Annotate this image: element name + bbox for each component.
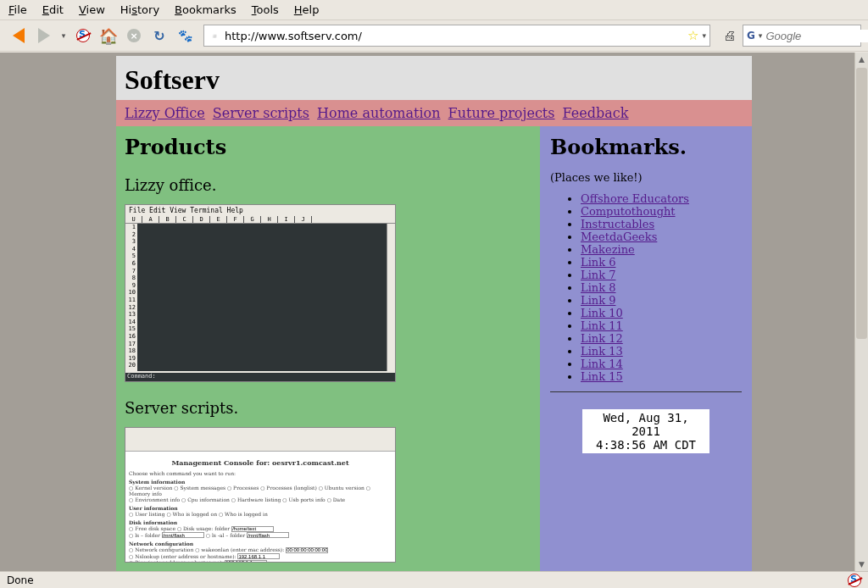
search-engine-dropdown[interactable]: ▾ [759,31,763,40]
shot2-disk1-input [231,526,274,532]
bookmark-item: Link 14 [581,358,742,370]
bookmark-link[interactable]: MeetdaGeeks [581,230,657,243]
bookmark-link[interactable]: Link 7 [581,269,615,281]
nav-home-auto[interactable]: Home automation [317,105,440,121]
bookmark-item: Link 10 [581,307,742,319]
bookmark-item: Link 13 [581,345,742,358]
bookmark-item: Makezine [581,243,742,256]
menu-history[interactable]: History [120,3,159,16]
reload-icon: ↻ [153,28,164,44]
shot2-net1: ○ Network configuration ○ wakeonlan (ent… [129,546,284,552]
page-header: Softserv [116,56,752,100]
paw-button[interactable]: 🐾 [173,24,197,47]
date-box: Wed, Aug 31, 2011 4:38:56 AM CDT [582,409,709,453]
menu-tools[interactable]: Tools [252,3,279,16]
bookmark-item: Link 7 [581,269,742,281]
bookmark-star-icon[interactable]: ☆ [687,28,698,43]
bookmark-link[interactable]: Makezine [581,243,635,256]
nav-scripts[interactable]: Server scripts [213,105,309,121]
print-button[interactable]: 🖨 [717,24,741,47]
bookmark-link[interactable]: Link 8 [581,281,615,294]
bookmark-link[interactable]: Link 14 [581,358,623,370]
nav-lizzy[interactable]: Lizzy Office [125,105,205,121]
bookmark-link[interactable]: Link 13 [581,345,623,358]
scrollbar-thumb[interactable] [856,68,867,339]
bookmark-link[interactable]: Link 12 [581,332,623,345]
stop-button[interactable]: × [122,24,146,47]
viewport: Softserv Lizzy Office Server scripts Hom… [0,53,868,571]
server-screenshot: Management Console for: oesrvr1.comcast.… [125,427,396,563]
bookmark-item: MeetdaGeeks [581,230,742,243]
status-bar: Done [0,571,868,588]
bookmark-link[interactable]: Offshore Educators [581,192,689,205]
shot1-menu: File Edit View Terminal Help [125,205,395,216]
lizzy-heading: Lizzy office. [125,176,531,194]
url-bar[interactable]: ▫️ ☆ ▾ [203,25,710,47]
vertical-scrollbar[interactable]: ▲ ▼ [854,53,868,571]
reload-button[interactable]: ↻ [147,24,171,47]
bookmark-item: Link 12 [581,332,742,345]
shot1-columns: UABCDEFGHIJ [125,216,395,224]
bookmark-item: Computothought [581,205,742,218]
divider [550,391,742,392]
bookmark-link[interactable]: Computothought [581,205,676,218]
menu-bookmarks[interactable]: Bookmarks [175,3,236,16]
bookmarks-list: Offshore EducatorsComputothoughtInstruct… [581,192,742,383]
shot2-net-h: Network configuration [129,541,392,546]
noscript-status-icon[interactable] [848,574,861,587]
shot2-disk3-input [247,532,289,538]
google-icon: G [747,30,755,42]
site-favicon: ▫️ [208,29,221,42]
nav-future[interactable]: Future projects [448,105,555,121]
bookmark-link[interactable]: Link 11 [581,319,623,332]
home-icon: 🏠 [99,27,118,45]
menu-file[interactable]: File [8,3,27,16]
status-text: Done [7,574,34,586]
scroll-down-icon[interactable]: ▼ [855,557,868,571]
bookmark-link[interactable]: Link 15 [581,370,623,383]
home-button[interactable]: 🏠 [97,24,120,47]
nav-feedback[interactable]: Feedback [563,105,629,121]
url-dropdown-icon[interactable]: ▾ [702,31,706,40]
menu-help[interactable]: Help [294,3,320,16]
bookmark-item: Link 15 [581,370,742,383]
noscript-button[interactable] [71,24,95,47]
shot2-net1-input [286,547,328,553]
shot2-user-h: User information [129,505,392,511]
chevron-down-icon: ▾ [62,31,66,40]
shot1-scrollbar [387,224,395,371]
paw-icon: 🐾 [178,29,192,42]
webpage: Softserv Lizzy Office Server scripts Hom… [116,56,752,571]
bookmarks-heading: Bookmarks. [550,135,742,159]
back-button[interactable] [7,24,31,47]
shot2-net3-input [225,560,267,563]
shot1-body [137,224,387,371]
scroll-up-icon[interactable]: ▲ [855,53,868,66]
bookmark-link[interactable]: Link 10 [581,307,623,319]
site-nav: Lizzy Office Server scripts Home automat… [116,100,752,126]
bookmark-link[interactable]: Link 9 [581,294,615,307]
shot2-disk2-input [162,532,204,538]
browser-menubar: File Edit View History Bookmarks Tools H… [0,0,868,19]
url-input[interactable] [225,30,684,42]
site-title: Softserv [125,64,743,96]
shot2-disk1: ○ Free disk space ○ Disk usage: folder [129,525,230,531]
columns: Products Lizzy office. File Edit View Te… [116,126,752,571]
arrow-right-icon [38,28,50,43]
noscript-icon [76,29,90,42]
menu-edit[interactable]: Edit [42,3,64,16]
bookmark-link[interactable]: Link 6 [581,256,615,269]
forward-button[interactable] [32,24,56,47]
bookmark-item: Offshore Educators [581,192,742,205]
menu-view[interactable]: View [79,3,105,16]
print-icon: 🖨 [723,28,736,43]
search-input[interactable] [765,30,868,42]
bookmark-link[interactable]: Instructables [581,218,654,230]
history-dropdown[interactable]: ▾ [58,24,70,47]
browser-toolbar: ▾ 🏠 × ↻ 🐾 ▫️ ☆ ▾ 🖨 G ▾ 🔍 [0,19,868,52]
bookmarks-sub: (Places we like!) [550,171,742,184]
search-box[interactable]: G ▾ 🔍 [743,25,861,47]
shot1-rows: 1234567891011121314151617181920 [125,224,137,371]
products-column: Products Lizzy office. File Edit View Te… [116,126,540,571]
lizzy-screenshot: File Edit View Terminal Help UABCDEFGHIJ… [125,204,396,382]
